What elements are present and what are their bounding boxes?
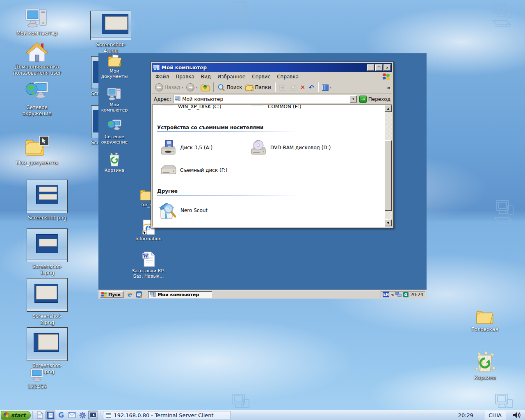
maximize-button[interactable]: □	[375, 64, 383, 71]
views-dropdown-icon[interactable]: ▾	[330, 86, 331, 89]
desktop-icon-label: 123456	[27, 384, 46, 390]
word-document-icon: W	[142, 251, 155, 267]
removable-drive-icon	[160, 163, 177, 177]
drive-label-e[interactable]: COMMON (E:)	[268, 105, 301, 110]
quick-launch-ie[interactable]: e	[127, 291, 133, 298]
toolbar-overflow-chevron[interactable]: »	[387, 84, 390, 91]
host-desktop: Мой компьютер Домашняя папка пользовател…	[0, 0, 525, 420]
quick-launch-outlook-express[interactable]	[136, 291, 142, 298]
go-label: Переход	[368, 96, 390, 102]
remote-icon-my-computer[interactable]: Мой компьютер	[102, 88, 127, 113]
views-button[interactable]: ▾	[321, 84, 333, 91]
language-indicator[interactable]: EN	[383, 292, 389, 297]
network-tray-icon[interactable]	[395, 292, 402, 297]
desktop-icon-golovskaya-folder[interactable]: Головская	[469, 308, 501, 333]
section-divider	[157, 195, 297, 196]
section-divider	[157, 131, 297, 132]
address-combo[interactable]: Мой компьютер ▾	[173, 95, 357, 103]
section-title-removable: Устройства со съемными носителями	[157, 125, 264, 130]
window-icon-my-computer	[153, 65, 160, 71]
launcher-terminal-client[interactable]	[88, 411, 98, 420]
address-dropdown-button[interactable]: ▾	[350, 96, 357, 103]
launcher-file-manager[interactable]	[46, 411, 55, 420]
remote-start-button[interactable]: Пуск	[100, 291, 123, 298]
remote-system-tray: EN « 20:24	[381, 291, 425, 298]
tray-chevron[interactable]: «	[391, 292, 394, 297]
folders-button[interactable]: Папки	[244, 83, 272, 91]
drive-item-d[interactable]: DVD-RAM дисковод (D:)	[250, 139, 331, 156]
back-icon: ←	[155, 83, 163, 91]
drive-item-e[interactable]	[250, 105, 265, 107]
back-button[interactable]: ← Назад ▾	[154, 83, 184, 92]
vertical-scrollbar[interactable]: ▲ ▼	[385, 105, 392, 226]
desktop-icon-recycle-bin[interactable]: Корзина	[469, 351, 501, 381]
delete-button[interactable]: ✕	[299, 83, 307, 91]
svg-text:G: G	[58, 411, 64, 419]
desktop-icon-screenshot-2-png[interactable]: Screenshot-2.png	[26, 278, 68, 326]
desktop-icon-my-computer[interactable]: Мой компьютер	[12, 8, 62, 37]
window-title: Мой компьютер	[162, 65, 366, 71]
menu-file[interactable]: Файл	[152, 73, 172, 81]
back-dropdown-icon[interactable]: ▾	[181, 86, 183, 89]
address-label: Адрес:	[154, 96, 171, 102]
folder-icon	[475, 308, 494, 325]
desktop-icon-screenshot-partial[interactable]: Scr	[91, 56, 98, 97]
item-nero-scout[interactable]: Nero Scout	[158, 201, 208, 220]
launcher-notes[interactable]	[35, 411, 45, 420]
remote-icon-label: information	[135, 236, 162, 242]
copy-to-button[interactable]	[288, 84, 298, 91]
document-icon	[37, 411, 43, 419]
remote-icon-my-documents[interactable]: Мои документы	[102, 54, 127, 79]
scrollbar-thumb[interactable]	[385, 140, 392, 211]
remote-task-button-my-computer[interactable]: Мой компьютер	[148, 291, 212, 298]
remote-icon-network[interactable]: Сетевое окружение	[102, 119, 127, 145]
launcher-mail[interactable]	[67, 411, 77, 420]
desktop-icon-my-documents-shortcut[interactable]: Мои_документы	[10, 136, 64, 166]
desktop-icon-screenshot-4-png[interactable]: Screenshot-4.png	[90, 11, 132, 54]
menu-view[interactable]: Вид	[198, 73, 214, 81]
trash-icon	[108, 153, 121, 167]
menu-favorites[interactable]: Избранное	[214, 73, 249, 81]
drive-item-c[interactable]	[160, 105, 176, 107]
volume-control[interactable]	[506, 412, 525, 418]
up-button[interactable]	[199, 83, 211, 92]
screenshot-thumbnail	[27, 180, 68, 213]
move-to-icon	[279, 84, 286, 91]
move-to-button[interactable]	[278, 84, 288, 91]
desktop-icon-screenshot-1-png[interactable]: Screenshot-1.png	[26, 228, 68, 276]
search-button[interactable]: Поиск	[216, 83, 243, 92]
tray-app-icon[interactable]	[403, 292, 409, 297]
minimize-button[interactable]: _	[367, 64, 374, 71]
remote-taskbar: Пуск e Мой компьютер EN « 20:24	[98, 290, 427, 299]
home-icon	[25, 42, 48, 62]
keyboard-layout-indicator[interactable]: США	[484, 411, 506, 420]
launcher-browser[interactable]: G	[56, 411, 66, 420]
desktop-icon-network[interactable]: Сетевое окружение	[16, 80, 57, 117]
remote-icon-recycle-bin[interactable]: Корзина	[102, 153, 127, 173]
launcher-settings[interactable]	[78, 411, 87, 420]
drive-item-f[interactable]: Съемный диск (F:)	[160, 163, 227, 177]
scroll-up-button[interactable]: ▲	[385, 105, 392, 112]
remote-icon-word-document[interactable]: W Заготовки КР. Баз. Навык...	[130, 251, 167, 279]
scroll-down-button[interactable]: ▼	[385, 219, 392, 226]
drive-label-c[interactable]: WIN_XP_DISK (C:)	[178, 105, 221, 110]
undo-button[interactable]: ↶	[307, 83, 315, 92]
window-titlebar[interactable]: Мой компьютер _ □ ✕	[152, 63, 392, 72]
toolbar: ← Назад ▾ → ▾ Поиск Папки	[152, 81, 392, 94]
forward-dropdown-icon[interactable]: ▾	[196, 86, 197, 89]
desktop-icon-123456[interactable]: 123456	[21, 368, 53, 390]
desktop-icon-home-folder[interactable]: Домашняя папка пользователя user	[9, 42, 65, 76]
desktop-icon-screenshot-png[interactable]: Screenshot.png	[26, 180, 68, 221]
desktop-icon-screenshot-partial[interactable]: Scr	[91, 105, 98, 146]
menu-edit[interactable]: Правка	[172, 73, 198, 81]
menu-help[interactable]: Справка	[274, 73, 302, 81]
gear-icon	[79, 412, 86, 419]
host-task-button-terminal-client[interactable]: 192.168.0.80 - Terminal Server Client	[103, 411, 231, 419]
go-button[interactable]: → Переход	[359, 96, 390, 103]
close-button[interactable]: ✕	[383, 64, 391, 71]
network-globe-icon	[107, 119, 122, 133]
drive-item-a[interactable]: Диск 3,5 (A:)	[160, 139, 212, 156]
start-button[interactable]: start	[1, 411, 31, 420]
menu-tools[interactable]: Сервис	[249, 73, 274, 81]
forward-button[interactable]: → ▾	[185, 83, 199, 92]
